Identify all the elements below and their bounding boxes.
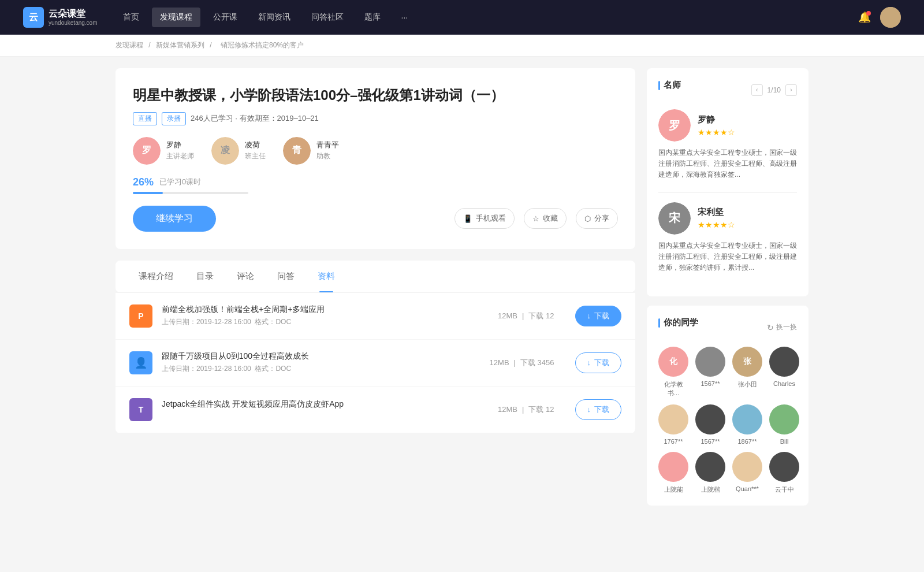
action-buttons: 📱 手机观看 ☆ 收藏 ⬡ 分享 — [454, 208, 618, 229]
pagination-prev-button[interactable]: ‹ — [751, 84, 763, 96]
classmate-12: 云干中 — [769, 452, 799, 494]
share-button[interactable]: ⬡ 分享 — [576, 208, 618, 229]
resources-list: P 前端全栈加强版！前端全栈+全周期+多端应用 上传日期：2019-12-28 … — [116, 293, 635, 433]
breadcrumb-series[interactable]: 新媒体营销系列 — [156, 41, 204, 49]
teacher-3-name: 青青平 — [316, 140, 339, 150]
tab-intro[interactable]: 课程介绍 — [127, 261, 185, 292]
course-title: 明星中教授课，小学阶段语法100分–强化级第1讲动词（一） — [133, 86, 618, 105]
teacher-3-avatar: 青 — [283, 137, 311, 165]
classmates-grid: 化 化学教书... 1567** 张 张小田 Charles 1767 — [658, 347, 797, 494]
teacher-3-info: 青青平 助教 — [316, 140, 339, 161]
classmate-9-name: 上院能 — [664, 485, 683, 494]
resource-2-download-button[interactable]: ↓ 下载 — [575, 352, 622, 373]
progress-bar-bg — [133, 192, 248, 194]
download-icon-2: ↓ — [587, 358, 591, 367]
share-icon: ⬡ — [584, 214, 591, 223]
teacher-3-role: 助教 — [316, 151, 339, 161]
teachers-section-title: 名师 — [658, 80, 681, 91]
resource-3-info: Jetpack全组件实战 开发短视频应用高仿皮皮虾App — [162, 399, 489, 420]
teachers-divider — [658, 192, 797, 193]
sidebar-teacher-2: 宋 宋利坚 ★★★★☆ 国内某重点大学安全工程专业硕士，国家一级注册消防工程师、… — [658, 202, 797, 274]
teacher-2-role: 班主任 — [245, 151, 266, 161]
refresh-label: 换一换 — [776, 322, 797, 332]
nav-more[interactable]: ··· — [393, 8, 416, 27]
resource-3-stats: 12MB | 下载 12 — [498, 404, 554, 415]
teacher-2-info: 凌荷 班主任 — [245, 140, 266, 161]
resource-item-3: T Jetpack全组件实战 开发短视频应用高仿皮皮虾App 12MB | 下载… — [116, 387, 635, 433]
classmate-4-name: Charles — [773, 380, 795, 387]
tab-qa[interactable]: 问答 — [266, 261, 306, 292]
sidebar-teacher-1: 罗 罗静 ★★★★☆ 国内某重点大学安全工程专业硕士，国家一级注册消防工程师、注… — [658, 109, 797, 181]
classmate-12-avatar — [769, 452, 799, 482]
classmate-8-avatar — [769, 404, 799, 434]
classmate-5-avatar — [658, 404, 688, 434]
resource-1-download-button[interactable]: ↓ 下载 — [575, 306, 622, 326]
classmate-12-name: 云干中 — [775, 485, 794, 494]
classmate-11-avatar — [732, 452, 762, 482]
refresh-icon: ↻ — [767, 323, 774, 332]
classmate-10-name: 上院楷 — [701, 485, 720, 494]
bell-button[interactable]: 🔔 — [858, 11, 871, 24]
classmate-8-name: Bill — [780, 438, 789, 445]
classmates-refresh-button[interactable]: ↻ 换一换 — [767, 322, 797, 332]
classmate-3: 张 张小田 — [732, 347, 762, 398]
user-avatar[interactable] — [880, 7, 901, 28]
course-meta: 246人已学习 · 有效期至：2019–10–21 — [191, 113, 319, 124]
classmates-sidebar-card: 你的同学 ↻ 换一换 化 化学教书... 1567** — [647, 306, 808, 506]
classmate-7-name: 1867** — [737, 438, 757, 445]
classmate-1-name: 化学教书... — [658, 380, 688, 398]
resource-2-info: 跟随千万级项目从0到100全过程高效成长 上传日期：2019-12-28 16:… — [162, 351, 480, 374]
resource-3-icon: T — [129, 398, 152, 421]
pagination: ‹ 1/10 › — [751, 84, 797, 96]
mobile-watch-button[interactable]: 📱 手机观看 — [454, 208, 515, 229]
badge-live: 直播 — [133, 112, 157, 125]
classmate-9-avatar — [658, 452, 688, 482]
classmate-10-avatar — [695, 452, 725, 482]
nav-public[interactable]: 公开课 — [205, 8, 245, 27]
resource-1-meta: 上传日期：2019-12-28 16:00 格式：DOC — [162, 317, 489, 327]
logo-text: 云朵课堂 yundouketang.com — [49, 8, 98, 26]
nav-qa[interactable]: 问答社区 — [303, 8, 352, 27]
main-layout: 明星中教授课，小学阶段语法100分–强化级第1讲动词（一） 直播 录播 246人… — [0, 57, 924, 571]
nav-home[interactable]: 首页 — [115, 8, 147, 27]
pagination-next-button[interactable]: › — [785, 84, 797, 96]
logo[interactable]: 云 云朵课堂 yundouketang.com — [23, 7, 98, 28]
nav-links: 首页 发现课程 公开课 新闻资讯 问答社区 题库 ··· — [115, 8, 858, 27]
sidebar-teacher-1-info: 罗静 ★★★★☆ — [698, 114, 735, 137]
resource-1-info: 前端全栈加强版！前端全栈+全周期+多端应用 上传日期：2019-12-28 16… — [162, 304, 489, 327]
breadcrumb-discover[interactable]: 发现课程 — [116, 41, 143, 49]
sidebar-teacher-2-info: 宋利坚 ★★★★☆ — [698, 207, 735, 229]
teacher-1-role: 主讲老师 — [166, 151, 194, 161]
favorite-label: 收藏 — [543, 213, 558, 224]
teacher-2-name: 凌荷 — [245, 140, 266, 150]
navbar: 云 云朵课堂 yundouketang.com 首页 发现课程 公开课 新闻资讯… — [0, 0, 924, 35]
favorite-button[interactable]: ☆ 收藏 — [524, 208, 567, 229]
teachers-sidebar-card: 名师 ‹ 1/10 › 罗 罗静 ★★★★☆ — [647, 68, 808, 296]
sidebar-teacher-1-stars: ★★★★☆ — [698, 128, 735, 137]
badge-record: 录播 — [162, 112, 186, 125]
tab-catalog[interactable]: 目录 — [185, 261, 225, 292]
sidebar-teacher-1-header: 罗 罗静 ★★★★☆ — [658, 109, 797, 142]
resource-2-meta: 上传日期：2019-12-28 16:00 格式：DOC — [162, 364, 480, 374]
nav-discover[interactable]: 发现课程 — [152, 8, 200, 27]
classmate-4: Charles — [769, 347, 799, 398]
logo-icon: 云 — [23, 7, 44, 28]
tab-review[interactable]: 评论 — [225, 261, 266, 292]
download-icon-1: ↓ — [587, 311, 591, 320]
resource-3-download-button[interactable]: ↓ 下载 — [575, 399, 622, 420]
nav-news[interactable]: 新闻资讯 — [250, 8, 299, 27]
classmate-6: 1567** — [695, 404, 725, 445]
progress-percent: 26% — [133, 176, 154, 188]
nav-right: 🔔 — [858, 7, 901, 28]
progress-bar-fill — [133, 192, 163, 194]
share-label: 分享 — [594, 213, 609, 224]
pagination-info: 1/10 — [767, 86, 781, 94]
continue-button[interactable]: 继续学习 — [133, 206, 216, 232]
resource-3-downloads: 下载 12 — [528, 404, 554, 415]
tab-resources[interactable]: 资料 — [306, 261, 346, 292]
nav-quiz[interactable]: 题库 — [356, 8, 389, 27]
course-badges: 直播 录播 246人已学习 · 有效期至：2019–10–21 — [133, 112, 618, 125]
resource-3-size: 12MB — [498, 405, 517, 414]
classmate-6-name: 1567** — [701, 438, 720, 445]
teacher-1: 罗 罗静 主讲老师 — [133, 137, 194, 165]
